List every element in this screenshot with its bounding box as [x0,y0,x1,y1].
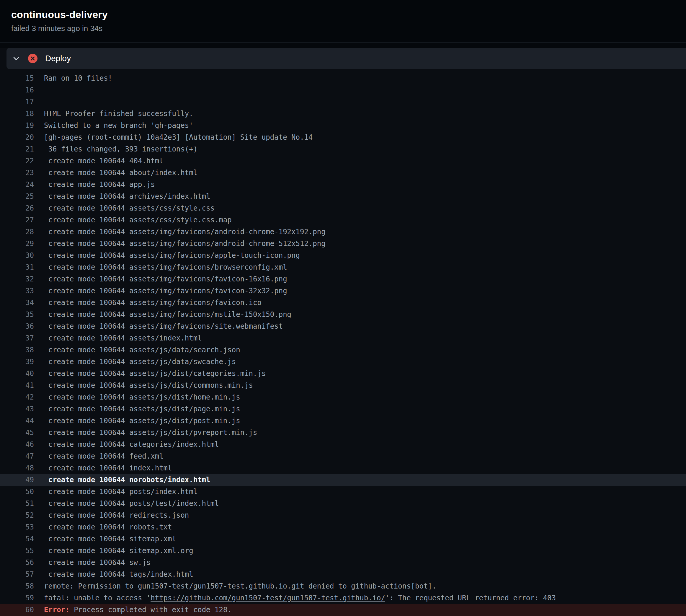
line-number[interactable]: 40 [0,368,34,379]
line-number[interactable]: 48 [0,462,34,474]
log-text: create mode 100644 assets/css/style.css.… [44,214,232,226]
log-line: 50 create mode 100644 posts/index.html [0,486,686,498]
line-number[interactable]: 28 [0,226,34,238]
log-text: create mode 100644 sitemap.xml.org [44,545,193,557]
line-number[interactable]: 52 [0,509,34,521]
log-line: 52 create mode 100644 redirects.json [0,509,686,521]
log-line: 15Ran on 10 files! [0,72,686,84]
line-number[interactable]: 42 [0,391,34,403]
line-number[interactable]: 20 [0,131,34,143]
line-number[interactable]: 53 [0,521,34,533]
log-line: 55 create mode 100644 sitemap.xml.org [0,545,686,557]
line-number[interactable]: 33 [0,285,34,297]
log-line: 37 create mode 100644 assets/index.html [0,332,686,344]
page-title: continuous-delivery [11,9,686,20]
line-number[interactable]: 49 [0,474,34,486]
failure-x-circle-icon [28,54,38,63]
log-line: 27 create mode 100644 assets/css/style.c… [0,214,686,226]
line-number[interactable]: 37 [0,332,34,344]
log-text-segment: fatal: unable to access ' [44,594,151,602]
log-text: Switched to a new branch 'gh-pages' [44,119,193,131]
line-number[interactable]: 18 [0,108,34,119]
log-text: create mode 100644 posts/test/index.html [44,498,219,509]
line-number[interactable]: 44 [0,415,34,427]
line-number[interactable]: 34 [0,297,34,309]
line-number[interactable]: 19 [0,119,34,131]
log-line: 40 create mode 100644 assets/js/dist/cat… [0,368,686,379]
log-line: 41 create mode 100644 assets/js/dist/com… [0,379,686,391]
log-viewer: Deploy 15Ran on 10 files!161718HTML-Proo… [0,48,686,616]
log-text: create mode 100644 robots.txt [44,521,172,533]
line-number[interactable]: 29 [0,238,34,249]
line-number[interactable]: 30 [0,249,34,261]
line-number[interactable]: 55 [0,545,34,557]
line-number[interactable]: 23 [0,167,34,179]
line-number[interactable]: 38 [0,344,34,356]
log-text: create mode 100644 assets/js/dist/pvrepo… [44,427,257,439]
log-line: 56 create mode 100644 sw.js [0,557,686,569]
log-line: 46 create mode 100644 categories/index.h… [0,439,686,450]
log-text: create mode 100644 assets/img/favicons/f… [44,285,287,297]
log-line: 36 create mode 100644 assets/img/favicon… [0,321,686,332]
line-number[interactable]: 59 [0,592,34,604]
line-number[interactable]: 31 [0,261,34,273]
line-number[interactable]: 24 [0,179,34,191]
line-number[interactable]: 46 [0,439,34,450]
error-label: Error: [44,606,74,614]
log-line: 28 create mode 100644 assets/img/favicon… [0,226,686,238]
line-number[interactable]: 15 [0,72,34,84]
log-line: 29 create mode 100644 assets/img/favicon… [0,238,686,249]
log-line: 31 create mode 100644 assets/img/favicon… [0,261,686,273]
line-number[interactable]: 32 [0,273,34,285]
chevron-down-icon[interactable] [13,54,20,62]
line-number[interactable]: 41 [0,379,34,391]
log-text: create mode 100644 assets/js/dist/page.m… [44,403,240,415]
log-text: create mode 100644 assets/js/dist/home.m… [44,391,240,403]
line-number[interactable]: 26 [0,202,34,214]
line-number[interactable]: 45 [0,427,34,439]
line-number[interactable]: 35 [0,309,34,321]
line-number[interactable]: 39 [0,356,34,368]
log-line: 35 create mode 100644 assets/img/favicon… [0,309,686,321]
log-line: 44 create mode 100644 assets/js/dist/pos… [0,415,686,427]
log-url-link[interactable]: https://github.com/gun1507-test/gun1507-… [151,594,385,602]
line-number[interactable]: 36 [0,321,34,332]
log-line: 26 create mode 100644 assets/css/style.c… [0,202,686,214]
log-text: 36 files changed, 393 insertions(+) [44,143,198,155]
log-text: create mode 100644 app.js [44,179,155,191]
line-number[interactable]: 22 [0,155,34,167]
log-line: 33 create mode 100644 assets/img/favicon… [0,285,686,297]
log-line: 53 create mode 100644 robots.txt [0,521,686,533]
line-number[interactable]: 57 [0,569,34,580]
line-number[interactable]: 16 [0,84,34,96]
line-number[interactable]: 17 [0,96,34,108]
log-line: 45 create mode 100644 assets/js/dist/pvr… [0,427,686,439]
run-status-text: failed 3 minutes ago in 34s [11,24,686,33]
line-number[interactable]: 51 [0,498,34,509]
log-text: create mode 100644 assets/img/favicons/f… [44,273,287,285]
log-line: 42 create mode 100644 assets/js/dist/hom… [0,391,686,403]
log-line: 59fatal: unable to access 'https://githu… [0,592,686,604]
line-number[interactable]: 58 [0,580,34,592]
log-text: create mode 100644 assets/img/favicons/a… [44,249,300,261]
log-text: create mode 100644 assets/js/dist/post.m… [44,415,240,427]
line-number[interactable]: 27 [0,214,34,226]
line-number[interactable]: 25 [0,191,34,202]
step-header-deploy[interactable]: Deploy [6,48,686,69]
log-text: create mode 100644 404.html [44,155,163,167]
log-line: 51 create mode 100644 posts/test/index.h… [0,498,686,509]
log-text: [gh-pages (root-commit) 10a42e3] [Automa… [44,131,313,143]
line-number[interactable]: 60 [0,604,34,616]
line-number[interactable]: 50 [0,486,34,498]
log-text: remote: Permission to gun1507-test/gun15… [44,580,436,592]
log-line: 38 create mode 100644 assets/js/data/sea… [0,344,686,356]
log-text: create mode 100644 feed.xml [44,450,163,462]
log-line: 32 create mode 100644 assets/img/favicon… [0,273,686,285]
log-line: 18HTML-Proofer finished successfully. [0,108,686,119]
log-line: 25 create mode 100644 archives/index.htm… [0,191,686,202]
line-number[interactable]: 21 [0,143,34,155]
line-number[interactable]: 43 [0,403,34,415]
line-number[interactable]: 47 [0,450,34,462]
line-number[interactable]: 56 [0,557,34,569]
line-number[interactable]: 54 [0,533,34,545]
